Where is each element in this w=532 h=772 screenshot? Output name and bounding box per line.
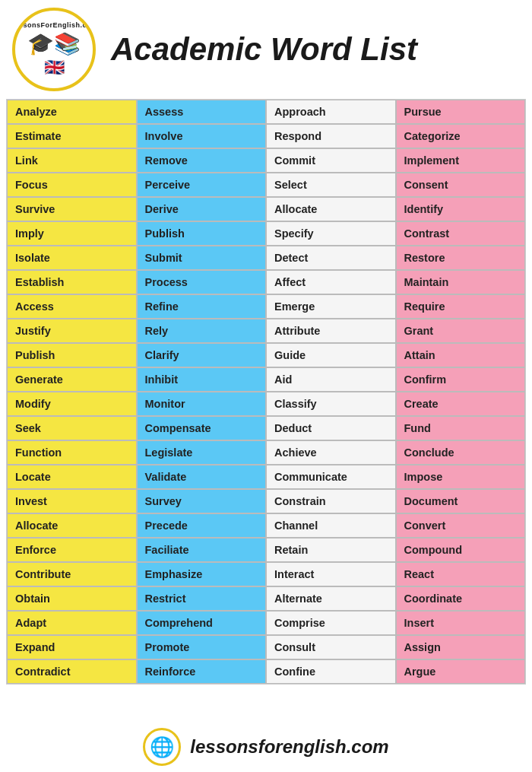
word-cell: Identify xyxy=(396,197,526,221)
word-cell: Confirm xyxy=(396,367,526,392)
word-cell: Establish xyxy=(7,270,137,294)
word-cell: Deduct xyxy=(266,416,396,440)
word-cell: Impose xyxy=(396,465,526,489)
logo: LessonsForEnglish.com 🎓📚 🇬🇧 xyxy=(12,8,96,91)
word-cell: Implement xyxy=(396,148,526,173)
word-cell: Comprise xyxy=(266,611,396,635)
word-cell: Compound xyxy=(396,538,526,562)
word-cell: Retain xyxy=(266,538,396,562)
word-cell: Emerge xyxy=(266,294,396,319)
word-cell: Publish xyxy=(137,221,267,246)
word-cell: Survey xyxy=(137,489,267,513)
word-cell: Contrast xyxy=(396,221,526,246)
logo-books-icon: 🎓📚 xyxy=(27,31,81,56)
word-cell: Fund xyxy=(396,416,526,440)
word-cell: Clarify xyxy=(137,343,267,367)
word-cell: Categorize xyxy=(396,124,526,148)
word-cell: Validate xyxy=(137,465,267,489)
word-cell: Legislate xyxy=(137,440,267,465)
word-cell: Affect xyxy=(266,270,396,294)
word-cell: Submit xyxy=(137,246,267,270)
word-cell: Coordinate xyxy=(396,586,526,611)
footer: 🌐 lessonsforenglish.com xyxy=(0,722,532,772)
word-cell: Grant xyxy=(396,319,526,343)
word-cell: Consent xyxy=(396,173,526,197)
word-cell: Allocate xyxy=(266,197,396,221)
word-cell: Focus xyxy=(7,173,137,197)
logo-flag-icon: 🇬🇧 xyxy=(44,58,65,78)
word-cell: Aid xyxy=(266,367,396,392)
word-cell: Confine xyxy=(266,659,396,684)
word-cell: Consult xyxy=(266,635,396,659)
word-cell: Perceive xyxy=(137,173,267,197)
word-cell: Restore xyxy=(396,246,526,270)
word-cell: Contribute xyxy=(7,562,137,586)
word-cell: Publish xyxy=(7,343,137,367)
word-cell: Respond xyxy=(266,124,396,148)
word-cell: Restrict xyxy=(137,586,267,611)
word-cell: Approach xyxy=(266,100,396,124)
word-cell: Promote xyxy=(137,635,267,659)
word-cell: Attribute xyxy=(266,319,396,343)
word-cell: Assign xyxy=(396,635,526,659)
word-cell: Argue xyxy=(396,659,526,684)
word-cell: Generate xyxy=(7,367,137,392)
word-cell: Reinforce xyxy=(137,659,267,684)
word-cell: Faciliate xyxy=(137,538,267,562)
word-cell: Achieve xyxy=(266,440,396,465)
word-cell: Communicate xyxy=(266,465,396,489)
word-cell: Rely xyxy=(137,319,267,343)
word-cell: Contradict xyxy=(7,659,137,684)
word-cell: Emphasize xyxy=(137,562,267,586)
word-cell: Guide xyxy=(266,343,396,367)
word-grid: AnalyzeAssessApproachPursueEstimateInvol… xyxy=(6,99,526,685)
word-cell: React xyxy=(396,562,526,586)
word-cell: Justify xyxy=(7,319,137,343)
word-cell: Link xyxy=(7,148,137,173)
word-cell: Process xyxy=(137,270,267,294)
word-cell: Classify xyxy=(266,392,396,416)
word-cell: Expand xyxy=(7,635,137,659)
word-cell: Inhibit xyxy=(137,367,267,392)
word-cell: Require xyxy=(396,294,526,319)
word-cell: Analyze xyxy=(7,100,137,124)
word-cell: Alternate xyxy=(266,586,396,611)
word-cell: Maintain xyxy=(396,270,526,294)
word-cell: Compensate xyxy=(137,416,267,440)
word-cell: Precede xyxy=(137,513,267,538)
word-cell: Monitor xyxy=(137,392,267,416)
word-cell: Derive xyxy=(137,197,267,221)
word-cell: Involve xyxy=(137,124,267,148)
word-cell: Modify xyxy=(7,392,137,416)
logo-top-text: LessonsForEnglish.com xyxy=(12,21,96,30)
word-cell: Obtain xyxy=(7,586,137,611)
word-cell: Assess xyxy=(137,100,267,124)
word-cell: Seek xyxy=(7,416,137,440)
word-cell: Allocate xyxy=(7,513,137,538)
word-cell: Constrain xyxy=(266,489,396,513)
word-cell: Channel xyxy=(266,513,396,538)
globe-icon: 🌐 xyxy=(143,728,181,766)
word-cell: Estimate xyxy=(7,124,137,148)
word-cell: Document xyxy=(396,489,526,513)
word-cell: Create xyxy=(396,392,526,416)
word-cell: Interact xyxy=(266,562,396,586)
word-cell: Survive xyxy=(7,197,137,221)
footer-url: lessonsforenglish.com xyxy=(190,736,388,758)
word-cell: Attain xyxy=(396,343,526,367)
word-cell: Remove xyxy=(137,148,267,173)
word-cell: Select xyxy=(266,173,396,197)
word-cell: Invest xyxy=(7,489,137,513)
word-cell: Pursue xyxy=(396,100,526,124)
word-cell: Function xyxy=(7,440,137,465)
page-title: Academic Word List xyxy=(111,31,417,68)
word-cell: Enforce xyxy=(7,538,137,562)
word-cell: Access xyxy=(7,294,137,319)
word-cell: Adapt xyxy=(7,611,137,635)
word-cell: Convert xyxy=(396,513,526,538)
header: LessonsForEnglish.com 🎓📚 🇬🇧 Academic Wor… xyxy=(0,0,532,99)
word-cell: Comprehend xyxy=(137,611,267,635)
word-cell: Insert xyxy=(396,611,526,635)
word-cell: Commit xyxy=(266,148,396,173)
word-cell: Conclude xyxy=(396,440,526,465)
